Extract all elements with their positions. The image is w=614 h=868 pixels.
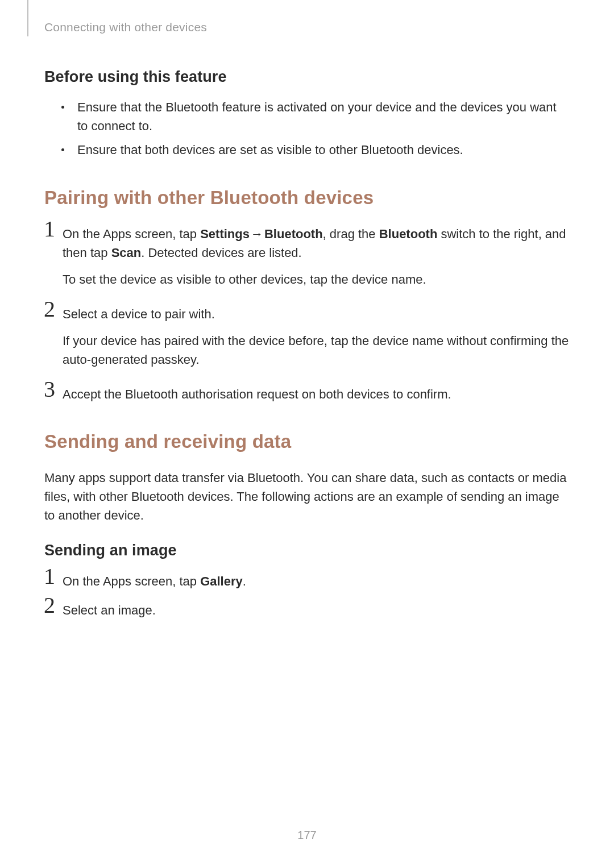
bold-settings: Settings <box>200 227 250 241</box>
section-heading-sending: Sending and receiving data <box>44 431 570 452</box>
step-text: If your device has paired with the devic… <box>63 331 570 369</box>
step-number: 1 <box>41 565 58 588</box>
step-text: Accept the Bluetooth authorisation reque… <box>63 385 570 404</box>
subheading-before-using: Before using this feature <box>44 68 570 86</box>
text-run: On the Apps screen, tap <box>63 227 200 241</box>
step-item: 1 On the Apps screen, tap Gallery. <box>44 572 570 591</box>
subheading-sending-image: Sending an image <box>44 542 570 559</box>
text-run: . <box>243 574 246 588</box>
bold-scan: Scan <box>111 246 142 260</box>
step-item: 2 Select an image. <box>44 601 570 620</box>
steps-list-pairing: 1 On the Apps screen, tap Settings → Blu… <box>44 225 570 404</box>
step-text: On the Apps screen, tap Settings → Bluet… <box>63 225 570 262</box>
step-text: On the Apps screen, tap Gallery. <box>63 572 570 591</box>
step-number: 1 <box>41 218 58 240</box>
step-item: 2 Select a device to pair with. If your … <box>44 305 570 369</box>
step-text: Select an image. <box>63 601 570 620</box>
intro-paragraph: Many apps support data transfer via Blue… <box>44 468 570 525</box>
text-run: , drag the <box>323 227 379 241</box>
bold-bluetooth-switch: Bluetooth <box>379 227 438 241</box>
step-number: 2 <box>41 298 58 321</box>
text-run: On the Apps screen, tap <box>63 574 200 588</box>
bullet-item: Ensure that the Bluetooth feature is act… <box>61 98 570 135</box>
text-run: . Detected devices are listed. <box>141 246 301 260</box>
section-heading-pairing: Pairing with other Bluetooth devices <box>44 187 570 209</box>
bullet-item: Ensure that both devices are set as visi… <box>61 141 570 160</box>
bullet-list: Ensure that the Bluetooth feature is act… <box>44 98 570 160</box>
page-number: 177 <box>0 829 614 842</box>
breadcrumb: Connecting with other devices <box>44 20 570 34</box>
step-text: Select a device to pair with. <box>63 305 570 323</box>
step-item: 3 Accept the Bluetooth authorisation req… <box>44 385 570 404</box>
bold-gallery: Gallery <box>200 574 243 588</box>
steps-list-sending: 1 On the Apps screen, tap Gallery. 2 Sel… <box>44 572 570 620</box>
step-number: 3 <box>41 378 58 401</box>
step-text: To set the device as visible to other de… <box>63 270 570 289</box>
step-number: 2 <box>41 594 58 617</box>
arrow-icon: → <box>250 225 264 243</box>
manual-page: Connecting with other devices Before usi… <box>0 0 614 868</box>
header-rule <box>27 0 28 36</box>
step-item: 1 On the Apps screen, tap Settings → Blu… <box>44 225 570 289</box>
bold-bluetooth: Bluetooth <box>264 227 323 241</box>
